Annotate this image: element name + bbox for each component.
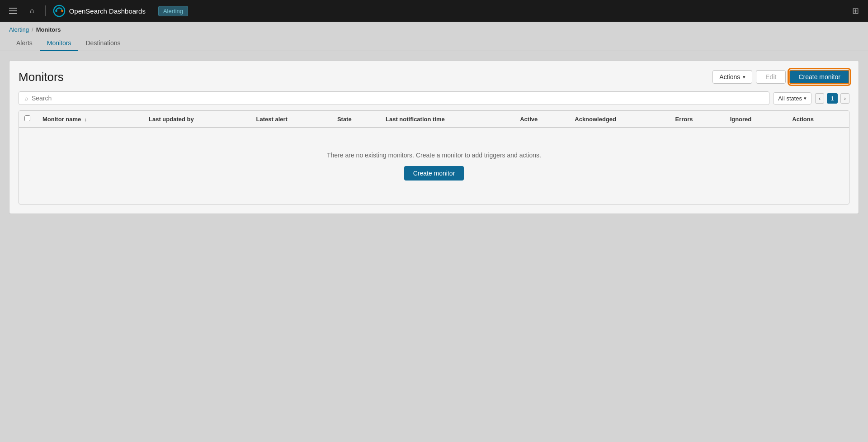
actions-button[interactable]: Actions ▾ <box>712 70 752 84</box>
panel-header: Monitors Actions ▾ Edit Create monitor <box>19 70 849 84</box>
search-input[interactable] <box>32 95 764 102</box>
col-monitor-name[interactable]: Monitor name ↓ <box>37 111 143 128</box>
select-all-checkbox-header <box>19 111 37 128</box>
tab-destinations[interactable]: Destinations <box>78 36 127 51</box>
empty-state-cell: There are no existing monitors. Create a… <box>19 128 849 204</box>
create-monitor-empty-button[interactable]: Create monitor <box>404 166 464 181</box>
col-last-notification-time: Last notification time <box>380 111 514 128</box>
col-errors: Errors <box>670 111 725 128</box>
state-filter-chevron-icon: ▾ <box>804 95 807 101</box>
breadcrumb-parent[interactable]: Alerting <box>9 26 29 33</box>
state-filter-dropdown[interactable]: All states ▾ <box>773 92 811 105</box>
header-actions: Actions ▾ Edit Create monitor <box>712 70 849 84</box>
col-ignored: Ignored <box>725 111 787 128</box>
grid-icon: ⊞ <box>852 6 859 15</box>
logo-text: OpenSearch Dashboards <box>69 7 146 15</box>
breadcrumb-separator: / <box>32 26 33 33</box>
search-area: ⌕ <box>19 91 769 105</box>
tab-monitors[interactable]: Monitors <box>40 36 79 51</box>
alerting-badge[interactable]: Alerting <box>158 6 188 16</box>
monitors-panel: Monitors Actions ▾ Edit Create monitor ⌕… <box>9 60 859 214</box>
top-controls: ⌕ All states ▾ ‹ 1 › <box>19 91 849 105</box>
actions-button-label: Actions <box>719 73 740 81</box>
home-icon: ⌂ <box>30 7 34 14</box>
filter-right: All states ▾ ‹ 1 › <box>773 92 849 105</box>
home-button[interactable]: ⌂ <box>26 5 38 17</box>
breadcrumb-current: Monitors <box>36 26 61 33</box>
search-icon: ⌕ <box>24 95 28 102</box>
panel-title: Monitors <box>19 70 64 84</box>
next-page-button[interactable]: › <box>840 93 849 104</box>
create-monitor-header-button[interactable]: Create monitor <box>789 70 849 84</box>
col-state: State <box>332 111 380 128</box>
prev-page-button[interactable]: ‹ <box>815 93 824 104</box>
state-filter-label: All states <box>778 95 802 102</box>
col-latest-alert: Latest alert <box>251 111 332 128</box>
opensearch-logo-icon <box>53 5 66 17</box>
nav-separator <box>45 5 46 16</box>
table-body: There are no existing monitors. Create a… <box>19 128 849 204</box>
pagination-controls: ‹ 1 › <box>815 93 849 104</box>
nav-settings-button[interactable]: ⊞ <box>849 4 863 18</box>
svg-point-2 <box>61 10 63 12</box>
edit-button[interactable]: Edit <box>756 70 786 84</box>
col-acknowledged: Acknowledged <box>569 111 670 128</box>
col-last-updated-by: Last updated by <box>143 111 251 128</box>
breadcrumb: Alerting / Monitors <box>0 22 868 33</box>
nav-right-area: ⊞ <box>849 4 863 18</box>
empty-state-row: There are no existing monitors. Create a… <box>19 128 849 204</box>
svg-point-1 <box>55 10 57 12</box>
empty-state-message: There are no existing monitors. Create a… <box>33 152 835 159</box>
actions-chevron-icon: ▾ <box>743 74 745 80</box>
logo-area: OpenSearch Dashboards <box>53 5 146 17</box>
sort-icon-monitor-name: ↓ <box>85 117 87 122</box>
col-actions: Actions <box>787 111 849 128</box>
monitors-table-wrapper: Monitor name ↓ Last updated by Latest al… <box>19 110 849 204</box>
col-active: Active <box>514 111 569 128</box>
empty-state: There are no existing monitors. Create a… <box>24 133 844 199</box>
menu-button[interactable] <box>5 6 21 16</box>
table-header: Monitor name ↓ Last updated by Latest al… <box>19 111 849 128</box>
select-all-checkbox[interactable] <box>24 115 30 121</box>
tabs-bar: Alerts Monitors Destinations <box>0 33 868 51</box>
tab-alerts[interactable]: Alerts <box>9 36 40 51</box>
top-navbar: ⌂ OpenSearch Dashboards Alerting ⊞ <box>0 0 868 22</box>
table-header-row: Monitor name ↓ Last updated by Latest al… <box>19 111 849 128</box>
page-1-button[interactable]: 1 <box>827 93 837 104</box>
main-content: Monitors Actions ▾ Edit Create monitor ⌕… <box>0 51 868 223</box>
monitors-table: Monitor name ↓ Last updated by Latest al… <box>19 111 849 204</box>
